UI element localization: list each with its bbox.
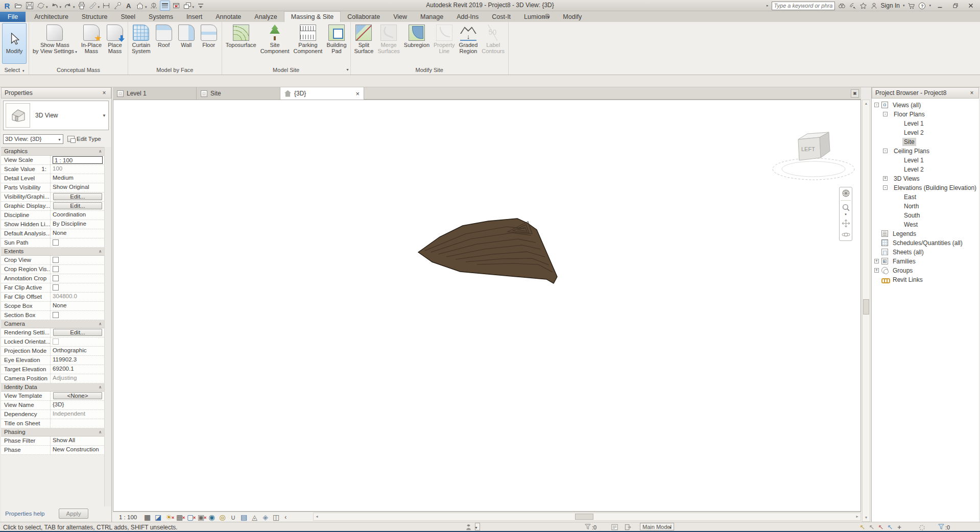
tree-item[interactable]: Level 1 bbox=[872, 156, 979, 165]
search-input[interactable] bbox=[772, 2, 835, 10]
tree-item[interactable]: Schedules/Quantities (all) bbox=[872, 238, 979, 248]
tree-expander-icon[interactable]: - bbox=[883, 149, 888, 153]
active-workset-select[interactable]: ▼ bbox=[475, 523, 480, 530]
property-checkbox[interactable] bbox=[53, 275, 59, 281]
panel-launcher-icon[interactable]: ▾ bbox=[347, 67, 349, 72]
properties-help-link[interactable]: Properties help bbox=[5, 511, 44, 517]
type-selector[interactable]: 3D View ▼ bbox=[3, 101, 109, 130]
pan-icon[interactable] bbox=[842, 219, 850, 228]
ribbon-button[interactable]: Site Component▾ bbox=[258, 23, 292, 55]
ribbon-tab[interactable]: Massing & Site bbox=[284, 11, 341, 22]
property-value[interactable]: Orthographic bbox=[50, 347, 105, 355]
property-value[interactable]: By Discipline bbox=[50, 220, 105, 229]
tree-item[interactable]: West bbox=[872, 220, 979, 229]
ribbon-button[interactable]: Show Mass by View Settings▾ bbox=[31, 23, 79, 56]
select-panel-title[interactable]: Select ▾ bbox=[0, 65, 29, 75]
select-pinned-toggle-icon[interactable]: ↖ bbox=[876, 523, 886, 531]
property-value[interactable] bbox=[50, 419, 105, 428]
temporary-hide-isolate-icon[interactable]: ◉× bbox=[206, 513, 217, 522]
tree-item[interactable]: Level 2 bbox=[872, 165, 979, 174]
tree-item[interactable]: + 3D Views bbox=[872, 174, 979, 183]
properties-header[interactable]: Properties × bbox=[1, 87, 111, 99]
filter-icon[interactable] bbox=[938, 523, 945, 532]
ribbon-tab[interactable]: Structure bbox=[75, 12, 114, 22]
property-value[interactable] bbox=[50, 337, 105, 346]
apply-button[interactable]: Apply bbox=[59, 509, 88, 519]
property-value[interactable]: Medium bbox=[50, 174, 105, 183]
ribbon-button[interactable]: Toposurface ▾ bbox=[224, 23, 258, 49]
design-option-select[interactable]: Main Model▼ bbox=[640, 523, 674, 530]
minimize-button[interactable] bbox=[934, 1, 946, 10]
property-value[interactable] bbox=[50, 283, 105, 292]
property-value[interactable]: Adjusting bbox=[50, 374, 105, 383]
ribbon-button[interactable]: Place Mass▾ bbox=[104, 23, 126, 55]
tree-item[interactable]: Legends bbox=[872, 229, 979, 238]
orbit-icon[interactable] bbox=[842, 230, 850, 239]
scroll-right-icon[interactable]: ▸ bbox=[854, 514, 861, 520]
ribbon-tab[interactable]: File bbox=[0, 12, 26, 22]
ribbon-button[interactable]: Floor ▾ bbox=[198, 23, 220, 49]
project-browser-close-icon[interactable]: × bbox=[968, 89, 975, 96]
ribbon-tab[interactable]: Systems bbox=[142, 12, 180, 22]
select-links-toggle-icon[interactable]: ↖ bbox=[858, 523, 867, 531]
help-icon[interactable]: ? bbox=[918, 2, 926, 10]
ribbon-button[interactable]: Subregion ▾ bbox=[402, 23, 432, 49]
tree-expander-icon[interactable]: + bbox=[874, 268, 879, 273]
tree-item[interactable]: Revit Links bbox=[872, 275, 979, 284]
property-value[interactable] bbox=[50, 256, 105, 264]
ribbon-button[interactable]: Graded Region▾ bbox=[457, 23, 480, 55]
view-tab[interactable]: Level 1 bbox=[113, 87, 197, 100]
ribbon-button[interactable]: Curtain System▾ bbox=[130, 23, 153, 55]
properties-scroll-gutter[interactable] bbox=[104, 147, 111, 506]
modify-button[interactable]: Modify bbox=[2, 23, 27, 64]
tree-item[interactable]: + Groups bbox=[872, 266, 979, 275]
edit-type-button[interactable]: Edit Type bbox=[67, 136, 101, 142]
ribbon-tab[interactable]: Collaborate bbox=[341, 12, 387, 22]
zoom-dropdown-icon[interactable]: ▾ bbox=[845, 212, 847, 216]
shadows-icon[interactable]: ▩× bbox=[174, 513, 185, 522]
viewbar-collapse-icon[interactable]: ‹ bbox=[281, 514, 290, 521]
ribbon-tab[interactable]: Steel bbox=[114, 12, 142, 22]
tree-item[interactable]: - Ceiling Plans bbox=[872, 147, 979, 156]
property-value[interactable]: Edit... bbox=[50, 328, 105, 337]
ribbon-tab[interactable]: Annotate bbox=[209, 12, 248, 22]
temporary-view-properties-icon[interactable]: ▤× bbox=[238, 513, 249, 522]
view-cube[interactable]: LEFT bbox=[769, 128, 855, 183]
drag-on-selection-toggle-icon[interactable]: + bbox=[895, 523, 904, 531]
tree-item[interactable]: Sheets (all) bbox=[872, 248, 979, 257]
property-value[interactable] bbox=[50, 238, 105, 247]
view-tab-list-icon[interactable]: ▣ bbox=[851, 89, 859, 98]
crop-region-icon[interactable]: ▣× bbox=[196, 513, 206, 522]
view-tab-close-icon[interactable]: × bbox=[355, 90, 360, 98]
app-store-cart-icon[interactable] bbox=[907, 2, 915, 10]
crop-view-icon[interactable]: ▢× bbox=[185, 513, 196, 522]
ribbon-button[interactable]: Wall ▾ bbox=[175, 23, 198, 49]
search-expand-icon[interactable]: ▸ bbox=[767, 4, 769, 8]
editable-only-filter-icon[interactable] bbox=[584, 523, 591, 532]
close-button[interactable] bbox=[965, 1, 977, 10]
ribbon-button[interactable]: Label Contours▾ bbox=[480, 23, 507, 55]
property-value[interactable]: New Construction bbox=[50, 446, 105, 454]
sun-path-icon[interactable]: ☀× bbox=[163, 513, 174, 522]
ribbon-button[interactable]: Building Pad▾ bbox=[324, 23, 348, 55]
ribbon-tab[interactable]: Insert bbox=[180, 12, 209, 22]
navigation-wheel-icon[interactable] bbox=[842, 189, 850, 198]
property-value[interactable]: Edit... bbox=[50, 192, 105, 201]
tree-item[interactable]: North bbox=[872, 202, 979, 211]
communication-center-icon[interactable] bbox=[849, 2, 856, 10]
tree-expander-icon[interactable]: - bbox=[874, 103, 879, 107]
property-value[interactable]: 119902.3 bbox=[50, 356, 105, 365]
property-value[interactable]: 304800.0 bbox=[50, 293, 105, 301]
property-value[interactable]: <None> bbox=[50, 392, 105, 400]
property-value[interactable]: None bbox=[50, 302, 105, 310]
property-checkbox[interactable] bbox=[53, 257, 59, 263]
ribbon-button[interactable]: Split Surface▾ bbox=[352, 23, 376, 55]
ribbon-button[interactable]: Parking Component▾ bbox=[292, 23, 325, 55]
property-value[interactable]: Show All bbox=[50, 437, 105, 445]
select-underlay-toggle-icon[interactable]: ↖ bbox=[867, 523, 876, 531]
ribbon-tab[interactable]: Add-Ins bbox=[450, 12, 485, 22]
zoom-icon[interactable] bbox=[842, 203, 850, 212]
ribbon-tab[interactable]: Cost-It bbox=[485, 12, 517, 22]
property-value[interactable] bbox=[50, 274, 105, 283]
model-canvas[interactable]: LEFT ▾ bbox=[113, 100, 861, 512]
